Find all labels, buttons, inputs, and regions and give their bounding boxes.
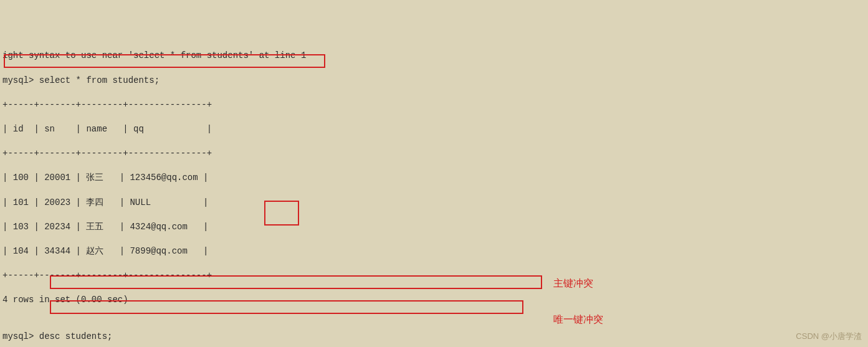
table-row: | 101 | 20023 | 李四 | NULL | (2, 197, 866, 209)
annotation-unique-conflict: 唯一键冲突 (553, 313, 603, 326)
mysql-prompt-select: mysql> select * from students; (2, 75, 866, 87)
watermark-text: CSDN @小唐学渣 (796, 331, 862, 342)
table-border: +-----+-------+--------+---------------+ (2, 270, 866, 282)
terminal-line-partial: ight syntax to use near 'select * from s… (2, 50, 866, 62)
mysql-prompt-desc: mysql> desc students; (2, 331, 866, 343)
table-border: +-----+-------+--------+---------------+ (2, 99, 866, 112)
table-row: | 104 | 34344 | 赵六 | 7899@qq.com | (2, 245, 866, 258)
table-row: | 100 | 20001 | 张三 | 123456@qq.com | (2, 172, 866, 184)
annotation-primary-conflict: 主键冲突 (553, 277, 593, 290)
table-header-row: | id | sn | name | qq | (2, 123, 866, 136)
table-row: | 103 | 20234 | 王五 | 4324@qq.com | (2, 221, 866, 234)
result-summary: 4 rows in set (0.00 sec) (2, 294, 866, 307)
table-border: +-----+-------+--------+---------------+ (2, 148, 866, 160)
